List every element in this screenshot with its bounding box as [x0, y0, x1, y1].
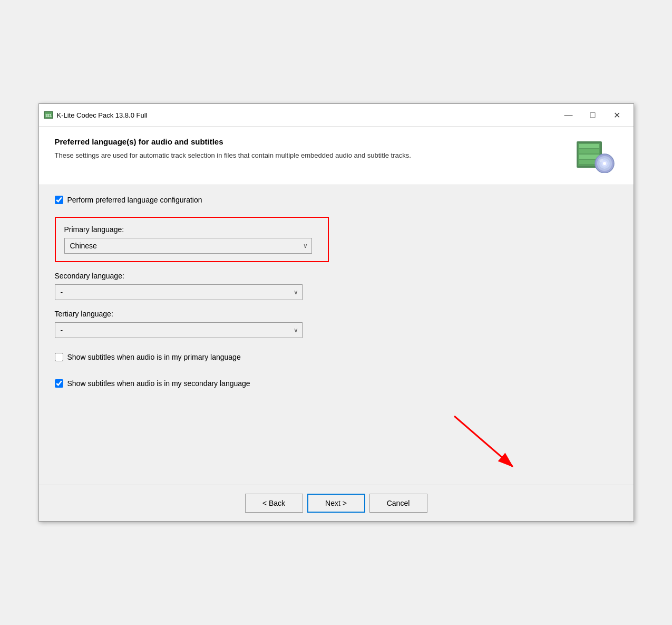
main-body: Perform preferred language configuration…	[39, 185, 634, 485]
subtitle-primary-checkbox[interactable]	[55, 353, 63, 361]
minimize-button[interactable]: —	[557, 107, 581, 123]
svg-rect-6	[579, 149, 599, 153]
perform-config-row: Perform preferred language configuration	[55, 196, 618, 204]
tertiary-language-section: Tertiary language: - Chinese English Fre…	[55, 310, 618, 338]
primary-language-section: Primary language: Chinese - English Fren…	[55, 217, 329, 262]
tertiary-language-label: Tertiary language:	[55, 310, 618, 318]
red-arrow-indicator	[439, 411, 533, 474]
footer: < Back Next > Cancel	[39, 485, 634, 521]
primary-language-dropdown-wrapper: Chinese - English French German Japanese…	[64, 238, 312, 254]
svg-point-13	[603, 162, 606, 165]
main-window: 321 K-Lite Codec Pack 13.8.0 Full — □ ✕ …	[38, 103, 634, 522]
page-description: These settings are used for automatic tr…	[55, 150, 565, 161]
window-controls: — □ ✕	[557, 107, 629, 123]
arrow-area	[55, 411, 618, 474]
secondary-language-label: Secondary language:	[55, 272, 618, 280]
subtitle-primary-row: Show subtitles when audio is in my prima…	[55, 353, 618, 361]
subtitle-secondary-label[interactable]: Show subtitles when audio is in my secon…	[67, 379, 250, 388]
perform-config-label[interactable]: Perform preferred language configuration	[67, 196, 202, 204]
perform-config-checkbox[interactable]	[55, 196, 63, 204]
codec-icon-container	[576, 137, 618, 174]
subtitle-secondary-checkbox[interactable]	[55, 379, 63, 388]
cancel-button[interactable]: Cancel	[369, 494, 427, 513]
svg-text:321: 321	[45, 113, 52, 117]
svg-line-16	[454, 416, 512, 466]
secondary-language-section: Secondary language: - Chinese English Fr…	[55, 272, 618, 300]
subtitle-primary-label[interactable]: Show subtitles when audio is in my prima…	[67, 353, 241, 361]
codec-icon-svg	[576, 137, 615, 173]
page-title: Preferred language(s) for audio and subt…	[55, 137, 565, 146]
tertiary-language-select[interactable]: - Chinese English French German Japanese…	[55, 322, 303, 338]
window-title: K-Lite Codec Pack 13.8.0 Full	[57, 111, 553, 119]
title-bar: 321 K-Lite Codec Pack 13.8.0 Full — □ ✕	[39, 104, 634, 127]
maximize-button[interactable]: □	[581, 107, 605, 123]
app-icon: 321	[43, 110, 54, 120]
secondary-language-select[interactable]: - Chinese English French German Japanese…	[55, 284, 303, 300]
subtitle-checkboxes: Show subtitles when audio is in my prima…	[55, 353, 618, 400]
svg-rect-5	[579, 144, 599, 148]
close-button[interactable]: ✕	[605, 107, 629, 123]
subtitle-secondary-row: Show subtitles when audio is in my secon…	[55, 379, 618, 388]
next-button[interactable]: Next >	[307, 494, 365, 513]
tertiary-language-dropdown-wrapper: - Chinese English French German Japanese…	[55, 322, 303, 338]
codec-icon	[576, 137, 612, 171]
header-text: Preferred language(s) for audio and subt…	[55, 137, 565, 161]
back-button[interactable]: < Back	[245, 494, 303, 513]
secondary-language-dropdown-wrapper: - Chinese English French German Japanese…	[55, 284, 303, 300]
primary-language-label: Primary language:	[64, 225, 319, 234]
content-header: Preferred language(s) for audio and subt…	[39, 127, 634, 185]
primary-language-select[interactable]: Chinese - English French German Japanese…	[64, 238, 312, 254]
